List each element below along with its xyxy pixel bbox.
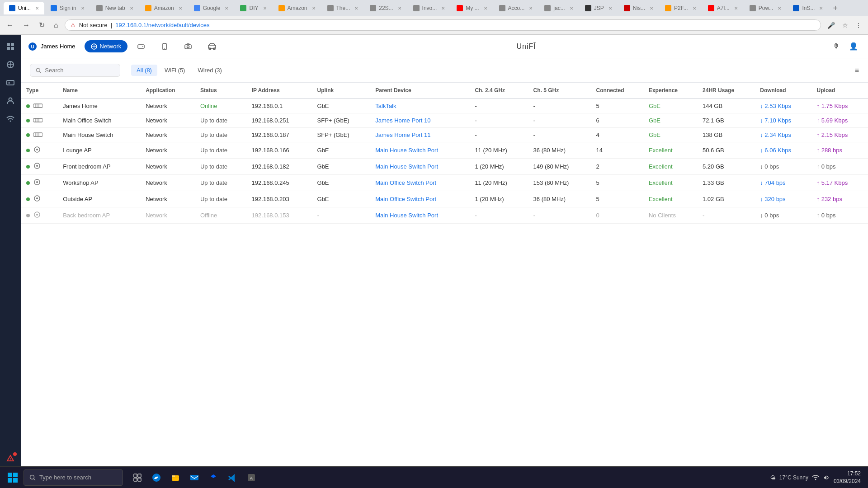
parent-device-link[interactable]: Main House Switch Port bbox=[375, 147, 438, 154]
tab-close[interactable]: ✕ bbox=[693, 6, 696, 11]
table-row[interactable]: Back bedroom AP Network Offline 192.168.… bbox=[21, 207, 868, 224]
tab-close[interactable]: ✕ bbox=[81, 6, 85, 11]
col-ch5[interactable]: Ch. 5 GHz bbox=[528, 83, 591, 99]
col-connected[interactable]: Connected bbox=[591, 83, 643, 99]
home-button[interactable]: ⌂ bbox=[51, 19, 61, 31]
tab-close[interactable]: ✕ bbox=[650, 6, 653, 11]
parent-device-link[interactable]: Main House Switch Port bbox=[375, 163, 438, 170]
table-row[interactable]: Main House Switch Network Up to date 192… bbox=[21, 128, 868, 142]
filter-tab-all[interactable]: All (8) bbox=[131, 65, 157, 76]
voice-search-button[interactable]: 🎤 bbox=[825, 20, 838, 31]
cell-parent[interactable]: Main Office Switch Port bbox=[370, 191, 469, 207]
tab-close[interactable]: ✕ bbox=[609, 6, 612, 11]
tab-close[interactable]: ✕ bbox=[130, 6, 133, 11]
table-row[interactable]: James Home Network Online 192.168.0.1 Gb… bbox=[21, 99, 868, 113]
taskbar-app7[interactable]: A bbox=[242, 469, 260, 487]
cell-parent[interactable]: James Home Port 10 bbox=[370, 113, 469, 128]
tab-close[interactable]: ✕ bbox=[312, 6, 316, 11]
table-row[interactable]: Workshop AP Network Up to date 192.168.0… bbox=[21, 175, 868, 191]
filter-tab-wifi[interactable]: WiFi (5) bbox=[159, 65, 191, 76]
site-selector[interactable]: U James Home bbox=[28, 42, 75, 51]
col-uplink[interactable]: Uplink bbox=[312, 83, 370, 99]
col-experience[interactable]: Experience bbox=[643, 83, 697, 99]
tab-p2f[interactable]: P2F... ✕ bbox=[660, 2, 702, 14]
tab-amazon1[interactable]: Amazon ✕ bbox=[140, 2, 188, 14]
col-application[interactable]: Application bbox=[140, 83, 195, 99]
tab-close[interactable]: ✕ bbox=[484, 6, 487, 11]
col-usage[interactable]: 24HR Usage bbox=[697, 83, 755, 99]
sidebar-item-dashboard[interactable] bbox=[2, 38, 19, 55]
parent-device-link[interactable]: James Home Port 11 bbox=[375, 131, 430, 138]
col-ch24[interactable]: Ch. 2.4 GHz bbox=[469, 83, 528, 99]
taskbar-mail[interactable] bbox=[185, 469, 203, 487]
tab-close[interactable]: ✕ bbox=[263, 6, 267, 11]
tab-close[interactable]: ✕ bbox=[734, 6, 738, 11]
tab-a7i[interactable]: A7I... ✕ bbox=[703, 2, 743, 14]
start-button[interactable] bbox=[4, 469, 22, 487]
table-row[interactable]: Front bedroom AP Network Up to date 192.… bbox=[21, 159, 868, 175]
sidebar-item-clients[interactable] bbox=[2, 93, 19, 109]
col-status[interactable]: Status bbox=[195, 83, 246, 99]
col-upload[interactable]: Upload bbox=[811, 83, 868, 99]
parent-device-link[interactable]: Main Office Switch Port bbox=[375, 179, 436, 186]
tab-acc[interactable]: Acco... ✕ bbox=[494, 2, 538, 14]
tab-close[interactable]: ✕ bbox=[441, 6, 445, 11]
reload-button[interactable]: ↻ bbox=[36, 19, 47, 31]
col-name[interactable]: Name bbox=[57, 83, 140, 99]
tab-google[interactable]: Google ✕ bbox=[189, 2, 234, 14]
tab-active[interactable]: Uni... ✕ bbox=[4, 2, 44, 14]
back-button[interactable]: ← bbox=[4, 19, 16, 31]
cell-parent[interactable]: James Home Port 11 bbox=[370, 128, 469, 142]
tab-close[interactable]: ✕ bbox=[570, 6, 573, 11]
tab-amazon2[interactable]: Amazon ✕ bbox=[273, 2, 321, 14]
col-download[interactable]: Download bbox=[755, 83, 811, 99]
tab-nis[interactable]: Nis... ✕ bbox=[618, 2, 659, 14]
table-row[interactable]: Main Office Switch Network Up to date 19… bbox=[21, 113, 868, 128]
tab-signin[interactable]: Sign in ✕ bbox=[45, 2, 90, 14]
user-icon-btn[interactable]: 👤 bbox=[846, 39, 861, 53]
tab-close[interactable]: ✕ bbox=[819, 6, 823, 11]
bookmark-button[interactable]: ☆ bbox=[840, 20, 851, 31]
parent-device-link[interactable]: Main House Switch Port bbox=[375, 212, 438, 219]
new-tab-button[interactable]: + bbox=[829, 4, 841, 13]
taskbar-edge[interactable] bbox=[147, 469, 165, 487]
forward-button[interactable]: → bbox=[20, 19, 33, 31]
tab-jsp[interactable]: JSP ✕ bbox=[580, 2, 618, 14]
taskbar-search[interactable]: Type here to search bbox=[24, 469, 123, 486]
nav-phone[interactable] bbox=[155, 40, 175, 53]
parent-device-link[interactable]: TalkTalk bbox=[375, 103, 396, 109]
tab-the[interactable]: The... ✕ bbox=[322, 2, 364, 14]
tab-close[interactable]: ✕ bbox=[778, 6, 781, 11]
tab-ins[interactable]: InS... ✕ bbox=[788, 2, 828, 14]
taskbar-explorer[interactable] bbox=[166, 469, 184, 487]
taskbar-vscode[interactable] bbox=[223, 469, 241, 487]
tab-diy[interactable]: DIY ✕ bbox=[235, 2, 272, 14]
tab-close[interactable]: ✕ bbox=[35, 6, 39, 11]
sidebar-item-alerts[interactable] bbox=[2, 450, 19, 467]
sidebar-item-wifi[interactable] bbox=[2, 111, 19, 127]
tab-jac[interactable]: jac... ✕ bbox=[539, 2, 578, 14]
tab-22s[interactable]: 22S... ✕ bbox=[364, 2, 406, 14]
tab-close[interactable]: ✕ bbox=[398, 6, 401, 11]
table-settings-button[interactable]: ≡ bbox=[855, 66, 859, 75]
table-row[interactable]: Outside AP Network Up to date 192.168.0.… bbox=[21, 191, 868, 207]
tab-inv[interactable]: Invo... ✕ bbox=[408, 2, 451, 14]
address-bar[interactable]: ⚠ Not secure | 192.168.0.1/network/defau… bbox=[65, 19, 821, 31]
cell-parent[interactable]: Main House Switch Port bbox=[370, 142, 469, 159]
cell-parent[interactable]: Main House Switch Port bbox=[370, 159, 469, 175]
col-type[interactable]: Type bbox=[21, 83, 57, 99]
filter-tab-wired[interactable]: Wired (3) bbox=[192, 65, 227, 76]
tab-close[interactable]: ✕ bbox=[354, 6, 358, 11]
tab-close[interactable]: ✕ bbox=[179, 6, 182, 11]
parent-device-link[interactable]: Main Office Switch Port bbox=[375, 196, 436, 202]
tab-close[interactable]: ✕ bbox=[225, 6, 228, 11]
nav-storage[interactable] bbox=[131, 40, 151, 53]
taskbar-taskview[interactable] bbox=[128, 469, 146, 487]
col-ip[interactable]: IP Address bbox=[246, 83, 312, 99]
parent-device-link[interactable]: James Home Port 10 bbox=[375, 117, 430, 124]
voice-icon-btn[interactable]: 🎙 bbox=[830, 40, 843, 53]
tab-newtab1[interactable]: New tab ✕ bbox=[91, 2, 139, 14]
col-parent[interactable]: Parent Device bbox=[370, 83, 469, 99]
sidebar-item-topology[interactable] bbox=[2, 56, 19, 73]
nav-network[interactable]: Network bbox=[85, 40, 128, 52]
